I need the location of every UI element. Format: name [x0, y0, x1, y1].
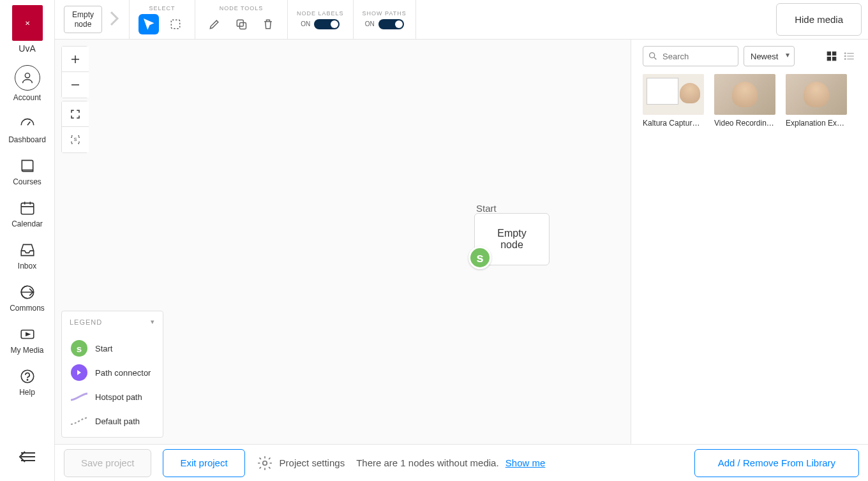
svg-point-17 — [845, 59, 846, 60]
nav-label: Courses — [13, 177, 41, 186]
show-paths-label: SHOW PATHS — [363, 10, 407, 17]
svg-point-16 — [845, 56, 846, 57]
media-item[interactable]: Explanation Expr… — [786, 74, 847, 128]
brand-name: UvA — [19, 43, 35, 54]
toolbar-node-labels-group: NODE LABELS ON — [288, 0, 354, 39]
legend-toggle[interactable]: LEGEND ▾ — [62, 311, 163, 332]
zoom-panel: S — [61, 46, 88, 153]
fit-selection-button[interactable]: S — [62, 127, 89, 152]
hide-media-button[interactable]: Hide media — [776, 3, 862, 36]
help-icon — [19, 367, 36, 385]
exit-project-button[interactable]: Exit project — [163, 449, 244, 477]
nav-label: Account — [13, 93, 41, 102]
inbox-icon — [19, 241, 36, 259]
project-settings-button[interactable]: Project settings — [257, 455, 345, 471]
calendar-icon — [19, 199, 36, 217]
nav-label: Dashboard — [8, 135, 46, 144]
svg-point-15 — [845, 53, 846, 54]
media-panel: Newest Kaltura Capture r… Video Recordin… — [631, 40, 868, 444]
gauge-icon — [19, 115, 36, 133]
canvas-node-tag: Start — [476, 203, 497, 214]
save-project-button: Save project — [64, 449, 151, 477]
nav-label: Help — [19, 388, 35, 397]
media-thumbnail — [643, 74, 704, 115]
grid-view-button[interactable] — [825, 49, 839, 63]
sidebar-item-inbox[interactable]: Inbox — [0, 235, 55, 277]
sidebar-item-dashboard[interactable]: Dashboard — [0, 108, 55, 151]
node-labels-toggle[interactable] — [314, 19, 340, 29]
sidebar: ✕ UvA Account Dashboard Courses Calendar… — [0, 0, 55, 481]
media-item[interactable]: Kaltura Capture r… — [643, 74, 704, 128]
nav-label: Calendar — [11, 219, 43, 228]
bc-line2: node — [72, 20, 94, 29]
media-thumbnail — [714, 74, 775, 115]
book-icon — [19, 157, 36, 175]
media-thumbnail — [786, 74, 847, 115]
bc-line1: Empty — [72, 10, 94, 19]
legend-row-connector: Path connector — [62, 360, 163, 385]
show-me-link[interactable]: Show me — [505, 457, 546, 468]
node-tools-label: NODE TOOLS — [220, 5, 264, 11]
svg-rect-12 — [833, 52, 836, 55]
edit-button[interactable] — [204, 14, 225, 34]
sidebar-collapse[interactable] — [0, 444, 55, 470]
user-icon — [15, 65, 40, 91]
legend-label: Start — [95, 344, 112, 353]
zoom-in-button[interactable] — [62, 47, 89, 72]
status-text: There are 1 nodes without media. Show me — [356, 457, 545, 468]
top-toolbar: Empty node SELECT NODE TOOLS — [55, 0, 868, 40]
nav-label: Commons — [10, 304, 45, 313]
media-title: Kaltura Capture r… — [643, 119, 704, 128]
uva-logo-icon: ✕ — [12, 5, 43, 41]
chevron-down-icon: ▾ — [151, 318, 155, 326]
fit-screen-button[interactable] — [62, 101, 89, 127]
svg-rect-1 — [21, 203, 34, 214]
delete-button[interactable] — [258, 14, 278, 34]
select-label: SELECT — [149, 5, 176, 11]
toolbar-show-paths-group: SHOW PATHS ON — [354, 0, 416, 39]
legend-label: Default path — [95, 417, 140, 426]
select-pointer-button[interactable] — [138, 14, 159, 34]
sidebar-item-calendar[interactable]: Calendar — [0, 193, 55, 235]
svg-point-18 — [262, 461, 267, 465]
media-title: Video Recording … — [714, 119, 775, 128]
show-paths-toggle[interactable] — [378, 19, 404, 29]
sidebar-item-mymedia[interactable]: My Media — [0, 319, 55, 361]
search-icon — [648, 51, 658, 61]
copy-button[interactable] — [231, 14, 251, 34]
settings-label: Project settings — [280, 457, 345, 468]
start-badge-icon: s — [468, 246, 491, 269]
svg-point-10 — [650, 53, 655, 58]
legend-row-hotspot: Hotspot path — [62, 385, 163, 409]
nav-label: Inbox — [18, 262, 36, 270]
media-sort-select[interactable]: Newest — [744, 46, 795, 66]
breadcrumb-node[interactable]: Empty node — [64, 6, 102, 33]
select-marquee-button[interactable] — [165, 14, 186, 34]
bottom-bar: Save project Exit project Project settin… — [55, 444, 868, 481]
add-remove-library-button[interactable]: Add / Remove From Library — [694, 449, 859, 477]
chevron-right-icon — [108, 10, 120, 30]
node-labels-label: NODE LABELS — [297, 10, 344, 17]
node-labels-state: ON — [301, 20, 310, 27]
show-paths-state: ON — [365, 20, 375, 27]
breadcrumb: Empty node — [55, 0, 130, 39]
canvas[interactable]: S Start Empty node s LEGEND ▾ s Start Pa… — [55, 40, 631, 444]
legend-panel: LEGEND ▾ s Start Path connector Hotspot … — [61, 311, 163, 438]
toolbar-select-group: SELECT — [130, 0, 195, 39]
sidebar-item-help[interactable]: Help — [0, 361, 55, 403]
legend-label: Hotspot path — [95, 392, 142, 402]
legend-label: Path connector — [95, 368, 151, 378]
sidebar-item-commons[interactable]: Commons — [0, 277, 55, 319]
sidebar-item-account[interactable]: Account — [0, 59, 55, 108]
media-icon — [19, 325, 36, 343]
svg-point-0 — [25, 73, 29, 78]
svg-text:S: S — [74, 137, 77, 142]
media-item[interactable]: Video Recording … — [714, 74, 775, 128]
legend-row-start: s Start — [62, 336, 163, 360]
zoom-out-button[interactable] — [62, 72, 89, 98]
svg-rect-6 — [171, 20, 179, 28]
list-view-button[interactable] — [842, 49, 857, 63]
svg-point-5 — [27, 380, 27, 380]
sidebar-item-courses[interactable]: Courses — [0, 151, 55, 193]
svg-rect-14 — [833, 57, 836, 61]
